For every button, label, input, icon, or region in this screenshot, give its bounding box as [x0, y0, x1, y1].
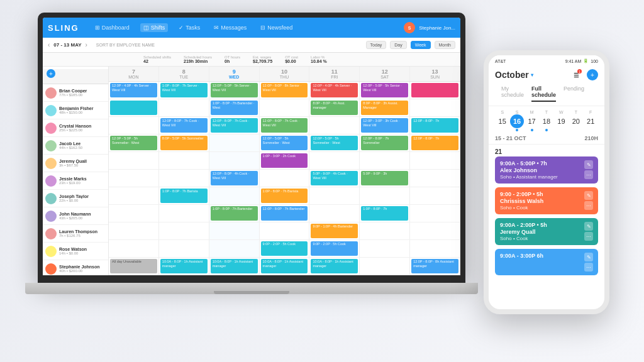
- day-cell[interactable]: 1:0P - 8:0P · 7h Bartender: [209, 205, 260, 222]
- shift-block[interactable]: 1:0P - 8:0P · 7h Barista: [160, 189, 208, 203]
- day-cell[interactable]: 12:0P - 8:0P · 7h: [410, 117, 460, 134]
- shift-block[interactable]: 1:0P - 8:0P · 7h Bartender · West: [211, 101, 258, 115]
- day-cell[interactable]: 1:0P - 8:0P · 7h Barista: [260, 187, 310, 204]
- shift-block[interactable]: 8:0P - 8:0P · 4h Asst. manager: [311, 101, 358, 115]
- day-cell[interactable]: 8:0P - 8:0P · 4h Asst. manager: [309, 99, 360, 116]
- day-cell[interactable]: 12:0P - 8:0P · 7h Cook · West Vill: [260, 117, 310, 134]
- shift-block[interactable]: 12:0P - 5:0P · 5h Senior · West Vill: [361, 83, 408, 97]
- shift-action-more[interactable]: ⋯: [584, 263, 593, 272]
- shift-action-more[interactable]: ⋯: [584, 201, 593, 210]
- day-cell[interactable]: [309, 117, 360, 134]
- tab-full-schedule[interactable]: Full schedule: [531, 83, 556, 102]
- day-cell[interactable]: 9:0P - 2:0P · 5h Cook: [309, 240, 360, 257]
- day-cell[interactable]: 1:0P - 8:0P · 7h Bartender · West: [209, 99, 260, 116]
- day-cell[interactable]: 8:0P - 5:0P · 5h Sommelier: [159, 134, 209, 151]
- shift-action-more[interactable]: ⋯: [584, 170, 593, 179]
- day-cell[interactable]: [309, 187, 360, 204]
- day-cell[interactable]: 9:0P - 2:0P · 5h Cook: [260, 240, 310, 257]
- day-button[interactable]: Day: [390, 41, 406, 49]
- day-cell[interactable]: [159, 99, 209, 116]
- add-shift-button[interactable]: +: [587, 69, 598, 80]
- shift-block[interactable]: 12:0P - 8:0P · 4h Cook · West Vill: [211, 171, 258, 185]
- shift-block[interactable]: 12:0P - 4:0P · 4h Server · West Vill: [110, 83, 157, 97]
- day-cell[interactable]: [410, 99, 460, 116]
- week-day-item[interactable]: M 17: [525, 110, 539, 131]
- shift-block[interactable]: 10:0A - 8:0P · 1h Assistant manager: [261, 259, 308, 273]
- shift-block[interactable]: [110, 101, 157, 115]
- day-cell[interactable]: [209, 240, 260, 257]
- shift-block[interactable]: 1:0P - 8:0P · 7h Bartender: [211, 206, 258, 221]
- shift-block[interactable]: 1:0P - 8:0P · 7h: [361, 206, 408, 221]
- shift-block[interactable]: 12:0P - 8:0P · 7h Bartender: [261, 206, 308, 221]
- day-cell[interactable]: [209, 134, 260, 151]
- day-cell[interactable]: [109, 205, 159, 222]
- day-cell[interactable]: [209, 222, 260, 239]
- phone-shift-card[interactable]: 9:00A - 3:00P 6h ✎ ⋯: [495, 249, 598, 275]
- day-cell[interactable]: 12:0P - 8:0P · 4h Cook · West Vill: [209, 170, 260, 187]
- day-cell[interactable]: [260, 170, 310, 187]
- day-cell[interactable]: 12:0P - 8:0P · 7h Sommelier: [360, 134, 410, 151]
- day-cell[interactable]: [360, 240, 410, 257]
- nav-tasks[interactable]: ✓ Tasks: [175, 23, 203, 32]
- shift-block[interactable]: 12:0P - 3:0P · 3h Cook · West Vill: [361, 118, 408, 133]
- week-day-item[interactable]: S 16: [509, 110, 524, 131]
- shift-block[interactable]: 12:0P - 5:0P · 5h Server · West Vill: [211, 83, 258, 97]
- day-cell[interactable]: [260, 99, 310, 116]
- next-week-button[interactable]: ›: [86, 41, 87, 48]
- phone-shift-card[interactable]: 9:00A - 2:00P • 5h Jeremy Quall Soho • C…: [495, 218, 598, 245]
- shift-block[interactable]: 12:0P - 8:0P · 7h Cook · West Vill: [261, 118, 308, 133]
- day-cell[interactable]: 1:0P - 8:0P · 7h Barista: [159, 187, 209, 204]
- tab-my-schedule[interactable]: My schedule: [501, 83, 524, 102]
- shift-block[interactable]: 9:0P - 2:0P · 5h Cook: [261, 241, 308, 256]
- day-cell[interactable]: [309, 152, 360, 169]
- day-cell[interactable]: 12:0P - 5:0P · 5h Sommelier · West: [109, 134, 159, 151]
- shift-block[interactable]: 9:0P - 2:0P · 5h Cook: [311, 241, 358, 256]
- day-cell[interactable]: 10:0A - 8:0P · 1h Assistant manager: [209, 258, 260, 275]
- day-cell[interactable]: [410, 82, 460, 99]
- shift-block[interactable]: 12:0P - 5:0P · 5h Sommelier · West: [261, 136, 308, 150]
- shift-block[interactable]: 12:0P - 8:0P · 8h Assistant manager: [411, 259, 458, 273]
- shift-block[interactable]: 12:0P - 5:0P · 5h Sommelier · West: [110, 136, 157, 150]
- days-body[interactable]: 12:0P - 4:0P · 4h Server · West Vill1:0P…: [109, 82, 460, 275]
- shift-action-edit[interactable]: ✎: [584, 160, 593, 169]
- day-cell[interactable]: 5:0P - 9:0P · 4h Cook · West Vill: [309, 170, 360, 187]
- week-day-item[interactable]: T 18: [539, 110, 553, 131]
- month-button[interactable]: Month: [435, 41, 455, 49]
- day-cell[interactable]: 5:0P - 9:0P · 3h: [360, 170, 410, 187]
- week-button[interactable]: Week: [411, 41, 431, 49]
- week-day-item[interactable]: F 21: [584, 110, 598, 131]
- day-cell[interactable]: 12:0P - 8:0P · 7h Cook · West Vill: [159, 117, 209, 134]
- day-cell[interactable]: [109, 187, 159, 204]
- day-cell[interactable]: 1:0P - 3:0P · 2h Cook: [260, 152, 310, 169]
- day-cell[interactable]: 12:0P - 8:0P · 7h: [410, 134, 460, 151]
- shift-block[interactable]: 1:0P - 8:0P · 7h Barista: [261, 189, 308, 203]
- day-cell[interactable]: [360, 222, 410, 239]
- today-button[interactable]: Today: [366, 41, 387, 49]
- day-cell[interactable]: [410, 152, 460, 169]
- nav-newsfeed[interactable]: ⊟ Newsfeed: [257, 23, 296, 32]
- shift-block[interactable]: 12:0P - 8:0P · 7h Cook · West Vill: [211, 118, 258, 133]
- month-arrow[interactable]: ▾: [531, 72, 533, 78]
- shift-block[interactable]: [411, 83, 458, 97]
- shift-block[interactable]: 1:0P - 3:0P · 2h Cook: [261, 153, 308, 168]
- shift-action-edit[interactable]: ✎: [584, 253, 593, 261]
- day-cell[interactable]: 12:0P - 3:0P · 3h Cook · West Vill: [360, 117, 410, 134]
- shift-block[interactable]: 8:0P - 5:0P · 5h Sommelier: [160, 136, 208, 150]
- shift-block[interactable]: 12:0P - 8:0P · 7h: [411, 118, 458, 133]
- day-cell[interactable]: 10:0A - 8:0P · 1h Assistant manager: [309, 258, 360, 275]
- day-cell[interactable]: 12:0P - 4:0P · 4h Server · West Vill: [309, 82, 360, 99]
- week-day-item[interactable]: S 15: [495, 110, 509, 131]
- day-cell[interactable]: [109, 99, 159, 116]
- day-cell[interactable]: [360, 187, 410, 204]
- shift-block[interactable]: All day Unavailable: [110, 259, 157, 273]
- day-cell[interactable]: 12:0P - 8:0P · 8h Senior · West Vill: [260, 82, 310, 99]
- day-cell[interactable]: 1:0P - 8:0P · 7h Server · West Vill: [159, 82, 209, 99]
- day-cell[interactable]: 8:0P - 8:0P · 3h Assist. Manager: [360, 99, 410, 116]
- shift-block[interactable]: 5:0P - 9:0P · 3h: [361, 171, 408, 185]
- day-cell[interactable]: [309, 205, 360, 222]
- shift-block[interactable]: 12:0P - 8:0P · 7h Sommelier: [361, 136, 408, 150]
- shift-block[interactable]: 5:0P - 9:0P · 4h Cook · West Vill: [311, 171, 358, 185]
- day-cell[interactable]: [109, 170, 159, 187]
- nav-messages[interactable]: ✉ Messages: [211, 23, 250, 32]
- day-cell[interactable]: [109, 222, 159, 239]
